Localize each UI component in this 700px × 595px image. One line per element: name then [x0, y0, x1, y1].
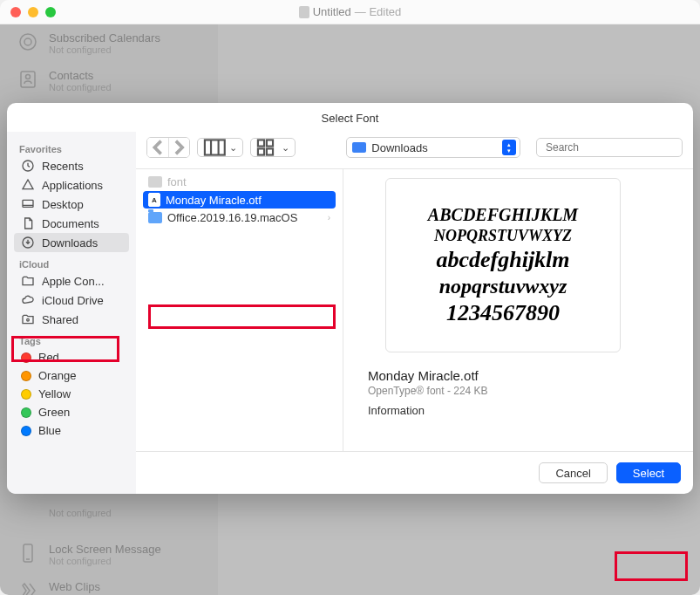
sidebar-heading-tags: Tags: [14, 332, 129, 348]
sidebar-tag-green[interactable]: Green: [14, 403, 129, 421]
sidebar-item-documents[interactable]: Documents: [14, 214, 129, 233]
svg-rect-11: [205, 140, 225, 154]
sidebar-item-downloads[interactable]: Downloads: [14, 233, 129, 252]
search-box[interactable]: [536, 138, 683, 157]
zoom-window-button[interactable]: [45, 7, 56, 17]
tag-dot-icon: [21, 389, 31, 400]
sidebar-tag-blue[interactable]: Blue: [14, 421, 129, 440]
svg-rect-14: [258, 140, 264, 146]
tag-dot-icon: [21, 426, 31, 436]
sidebar-item-recents[interactable]: Recents: [14, 156, 129, 175]
dialog-toolbar: ⌄ ⌄ Downloads ▴▾: [136, 132, 693, 168]
sidebar-item-desktop[interactable]: Desktop: [14, 195, 129, 214]
nav-buttons-group: [146, 137, 190, 158]
folder-icon: [148, 176, 162, 188]
location-label: Downloads: [371, 141, 497, 154]
folder-icon: [148, 212, 162, 223]
location-dropdown[interactable]: Downloads ▴▾: [346, 137, 520, 158]
document-title: Untitled: [313, 5, 351, 18]
window-title: Untitled — Edited: [56, 5, 644, 18]
clock-icon: [21, 159, 35, 173]
traffic-lights: [10, 7, 56, 17]
tag-dot-icon: [21, 407, 31, 418]
content-area: font A Monday Miracle.otf Office.2019.16…: [136, 168, 693, 451]
tag-dot-icon: [21, 352, 31, 363]
desktop-icon: [21, 197, 35, 211]
shared-icon: [21, 312, 35, 326]
sidebar-tag-red[interactable]: Red: [14, 348, 129, 366]
select-font-dialog: Select Font Favorites Recents Applicatio…: [7, 103, 693, 494]
svg-rect-16: [267, 140, 273, 146]
svg-rect-15: [258, 148, 264, 154]
font-preview-image: ABCDEFGHIJKLM NOPQRSTUVWXYZ abcdefghijkl…: [385, 178, 621, 352]
documents-icon: [21, 216, 35, 230]
file-list-column[interactable]: font A Monday Miracle.otf Office.2019.16…: [136, 169, 343, 451]
select-button[interactable]: Select: [616, 462, 681, 483]
preview-meta: OpenType® font - 224 KB: [368, 385, 669, 397]
sidebar-tag-yellow[interactable]: Yellow: [14, 385, 129, 403]
sidebar-item-apple-con[interactable]: Apple Con...: [14, 271, 129, 291]
sidebar-heading-icloud: iCloud: [14, 256, 129, 271]
svg-point-10: [27, 318, 30, 321]
sidebar-heading-favorites: Favorites: [14, 140, 129, 156]
chevron-down-icon: ⌄: [229, 142, 237, 154]
tag-dot-icon: [21, 371, 31, 381]
column-view-button[interactable]: ⌄: [197, 138, 243, 157]
sidebar-tag-orange[interactable]: Orange: [14, 366, 129, 385]
dialog-main-area: ⌄ ⌄ Downloads ▴▾: [136, 132, 693, 494]
forward-button[interactable]: [168, 138, 189, 157]
main-window: Untitled — Edited Subscribed CalendarsNo…: [0, 0, 700, 595]
downloads-icon: [21, 236, 35, 250]
font-file-icon: A: [148, 193, 160, 207]
search-input[interactable]: [546, 141, 676, 154]
preview-info-heading: Information: [368, 404, 669, 417]
chevron-right-icon: ›: [328, 213, 330, 222]
file-row-font-folder[interactable]: font: [143, 174, 336, 190]
group-view-button[interactable]: ⌄: [250, 138, 296, 157]
applications-icon: [21, 178, 35, 192]
folder-icon: [352, 142, 366, 153]
sidebar-item-applications[interactable]: Applications: [14, 175, 129, 195]
file-row-monday-miracle[interactable]: A Monday Miracle.otf: [143, 191, 336, 209]
icloud-icon: [21, 293, 35, 307]
chevron-down-icon: ⌄: [282, 142, 289, 154]
dialog-title: Select Font: [7, 103, 693, 132]
sidebar-item-icloud-drive[interactable]: iCloud Drive: [14, 291, 129, 310]
document-icon: [299, 6, 309, 18]
preview-column: ABCDEFGHIJKLM NOPQRSTUVWXYZ abcdefghijkl…: [343, 169, 693, 451]
edited-suffix: — Edited: [355, 5, 401, 18]
svg-rect-17: [267, 148, 273, 154]
cancel-button[interactable]: Cancel: [539, 462, 607, 483]
sidebar-item-shared[interactable]: Shared: [14, 310, 129, 329]
svg-rect-7: [23, 200, 33, 207]
back-button[interactable]: [147, 138, 168, 157]
close-window-button[interactable]: [10, 7, 21, 17]
preview-filename: Monday Miracle.otf: [368, 368, 669, 383]
up-down-arrows-icon: ▴▾: [502, 140, 516, 155]
dialog-footer: Cancel Select: [136, 451, 693, 494]
titlebar: Untitled — Edited: [0, 0, 700, 24]
finder-sidebar: Favorites Recents Applications Desktop D…: [7, 132, 136, 494]
file-row-office[interactable]: Office.2019.16.19.macOS ›: [143, 209, 336, 226]
minimize-window-button[interactable]: [28, 7, 38, 17]
folder-icon: [21, 274, 35, 288]
